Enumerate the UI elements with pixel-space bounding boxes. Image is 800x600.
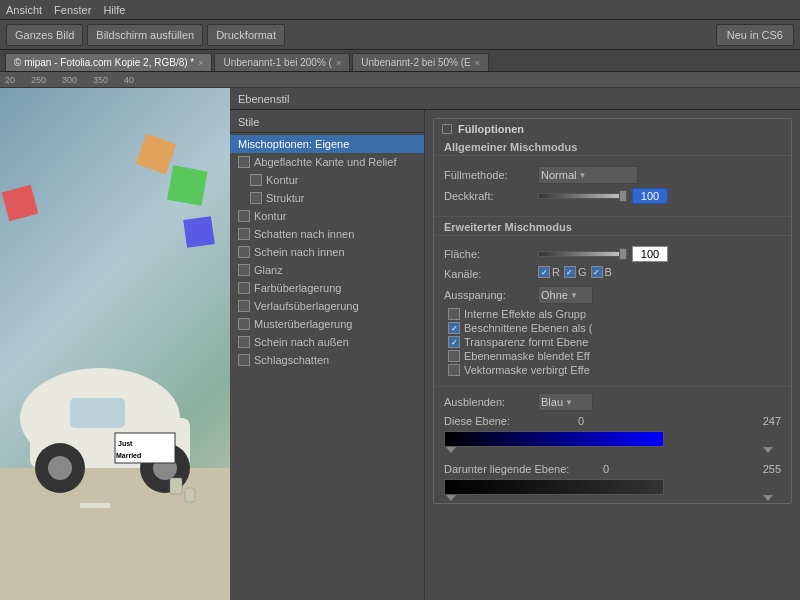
stile-schein-aussen[interactable]: Schein nach außen xyxy=(230,333,424,351)
darunter-group: Darunter liegende Ebene: 0 255 xyxy=(444,463,781,495)
aussparung-select[interactable]: Ohne ▼ xyxy=(538,286,593,304)
option-4: Vektormaske verbirgt Effe xyxy=(448,364,781,376)
option-0-cb[interactable] xyxy=(448,308,460,320)
toolbar: Ganzes Bild Bildschirm ausfüllen Druckfo… xyxy=(0,20,800,50)
stile-schlagschatten[interactable]: Schlagschatten xyxy=(230,351,424,369)
ganzes-bild-button[interactable]: Ganzes Bild xyxy=(6,24,83,46)
stile-kontur-sub1[interactable]: Kontur xyxy=(230,171,424,189)
diese-ebene-label: Diese Ebene: xyxy=(444,415,574,427)
stile-glanz-cb[interactable] xyxy=(238,264,250,276)
erweiterter-title: Erweiterter Mischmodus xyxy=(434,216,791,236)
stile-abgeflachte-label: Abgeflachte Kante und Relief xyxy=(254,156,397,168)
ausblenden-arrow: ▼ xyxy=(565,398,573,407)
stile-farbueberl[interactable]: Farbüberlagerung xyxy=(230,279,424,297)
stile-verlaufsueberl-cb[interactable] xyxy=(238,300,250,312)
stile-kontur-cb[interactable] xyxy=(238,210,250,222)
kanal-r-cb[interactable]: ✓ xyxy=(538,266,550,278)
ausblenden-select[interactable]: Blau ▼ xyxy=(538,393,593,411)
tab-2-close[interactable]: × xyxy=(475,58,480,68)
svg-rect-17 xyxy=(183,216,215,248)
stile-abgeflachte-cb[interactable] xyxy=(238,156,250,168)
tab-1-close[interactable]: × xyxy=(336,58,341,68)
option-4-cb[interactable] xyxy=(448,364,460,376)
stile-schein-aussen-cb[interactable] xyxy=(238,336,250,348)
kanal-r-group: ✓ R xyxy=(538,266,560,278)
dialog-content: Stile Mischoptionen: Eigene Abgeflachte … xyxy=(230,110,800,600)
stile-mischoptionen-label: Mischoptionen: Eigene xyxy=(238,138,349,150)
option-2-cb[interactable] xyxy=(448,336,460,348)
tab-bar: © mipan - Fotolia.com Kopie 2, RGB/8) * … xyxy=(0,50,800,72)
allgemein-content: Füllmethode: Normal ▼ Deckkraft: xyxy=(434,160,791,216)
stile-struktur-cb[interactable] xyxy=(250,192,262,204)
deckkraft-label: Deckkraft: xyxy=(444,190,534,202)
stile-glanz[interactable]: Glanz xyxy=(230,261,424,279)
options-panel: Fülloptionen Allgemeiner Mischmodus Füll… xyxy=(425,110,800,600)
fuellmethode-select[interactable]: Normal ▼ xyxy=(538,166,638,184)
kanal-b-cb[interactable]: ✓ xyxy=(591,266,603,278)
darunter-bar-container xyxy=(444,479,781,495)
aussparung-value: Ohne xyxy=(541,289,568,301)
deckkraft-value[interactable]: 100 xyxy=(632,188,668,204)
stile-musterueberl-label: Musterüberlagerung xyxy=(254,318,352,330)
stile-musterueberl[interactable]: Musterüberlagerung xyxy=(230,315,424,333)
option-0-label: Interne Effekte als Grupp xyxy=(464,308,586,320)
kanal-r-label: R xyxy=(552,266,560,278)
stile-schein-innen-cb[interactable] xyxy=(238,246,250,258)
tab-1[interactable]: Unbenannt-1 bei 200% ( × xyxy=(214,53,350,71)
menu-ansicht[interactable]: Ansicht xyxy=(6,4,42,16)
canvas-area: Just Married xyxy=(0,88,230,600)
ruler-mark-3: 300 xyxy=(62,75,77,85)
dialog-title: Ebenenstil xyxy=(238,93,289,105)
flaeche-thumb[interactable] xyxy=(619,248,627,260)
stile-struktur-sub[interactable]: Struktur xyxy=(230,189,424,207)
stile-schein-innen[interactable]: Schein nach innen xyxy=(230,243,424,261)
tab-active-close[interactable]: × xyxy=(198,58,203,68)
druckformat-button[interactable]: Druckformat xyxy=(207,24,285,46)
svg-text:Married: Married xyxy=(116,452,141,459)
bildschirm-button[interactable]: Bildschirm ausfüllen xyxy=(87,24,203,46)
stile-kontur-sub1-cb[interactable] xyxy=(250,174,262,186)
neu-in-cs6-button[interactable]: Neu in CS6 xyxy=(716,24,794,46)
aussparung-row: Aussparung: Ohne ▼ xyxy=(444,286,781,304)
canvas-background: Just Married xyxy=(0,88,230,600)
stile-verlaufsueberl-label: Verlaufsüberlagerung xyxy=(254,300,359,312)
menu-hilfe[interactable]: Hilfe xyxy=(103,4,125,16)
tab-2[interactable]: Unbenannt-2 bei 50% (E × xyxy=(352,53,489,71)
canvas-car-svg: Just Married xyxy=(0,88,230,600)
stile-schatten-innen-cb[interactable] xyxy=(238,228,250,240)
darunter-bar[interactable] xyxy=(444,479,664,495)
svg-rect-2 xyxy=(80,503,110,508)
option-0: Interne Effekte als Grupp xyxy=(448,308,781,320)
tab-active[interactable]: © mipan - Fotolia.com Kopie 2, RGB/8) * … xyxy=(5,53,212,71)
stile-abgeflachte[interactable]: Abgeflachte Kante und Relief xyxy=(230,153,424,171)
fuellmethode-arrow: ▼ xyxy=(578,171,586,180)
stile-schatten-innen[interactable]: Schatten nach innen xyxy=(230,225,424,243)
deckkraft-slider[interactable] xyxy=(538,193,628,199)
stile-list: Mischoptionen: Eigene Abgeflachte Kante … xyxy=(230,133,424,600)
stile-schein-aussen-label: Schein nach außen xyxy=(254,336,349,348)
menu-fenster[interactable]: Fenster xyxy=(54,4,91,16)
deckkraft-thumb[interactable] xyxy=(619,190,627,202)
stile-kontur[interactable]: Kontur xyxy=(230,207,424,225)
option-2: Transparenz formt Ebene xyxy=(448,336,781,348)
stile-header: Stile xyxy=(230,110,424,133)
option-3-cb[interactable] xyxy=(448,350,460,362)
svg-rect-16 xyxy=(167,165,208,206)
stile-kontur-label: Kontur xyxy=(254,210,286,222)
flaeche-slider[interactable] xyxy=(538,251,628,257)
flaeche-label: Fläche: xyxy=(444,248,534,260)
stile-struktur-label: Struktur xyxy=(266,192,305,204)
option-1-cb[interactable] xyxy=(448,322,460,334)
kanal-g-cb[interactable]: ✓ xyxy=(564,266,576,278)
ausblenden-value: Blau xyxy=(541,396,563,408)
diese-ebene-bar[interactable] xyxy=(444,431,664,447)
stile-schlagschatten-cb[interactable] xyxy=(238,354,250,366)
stile-mischoptionen[interactable]: Mischoptionen: Eigene xyxy=(230,135,424,153)
stile-verlaufsueberl[interactable]: Verlaufsüberlagerung xyxy=(230,297,424,315)
flaeche-value[interactable]: 100 xyxy=(632,246,668,262)
erweiterter-content: Fläche: 100 Kanäle: xyxy=(434,240,791,386)
svg-rect-15 xyxy=(2,185,39,222)
stile-musterueberl-cb[interactable] xyxy=(238,318,250,330)
stile-farbueberl-cb[interactable] xyxy=(238,282,250,294)
darunter-max: 255 xyxy=(763,463,781,475)
